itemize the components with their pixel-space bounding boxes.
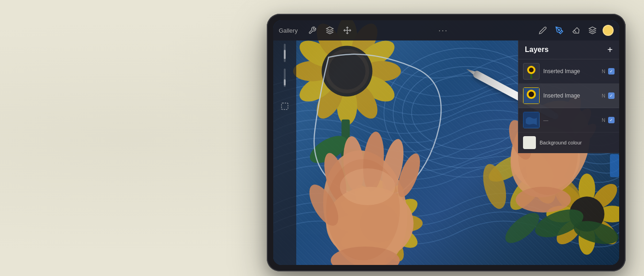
layer-info-3: — bbox=[543, 117, 598, 123]
layer-mode-3: N bbox=[602, 117, 605, 123]
layers-title: Layers bbox=[525, 46, 549, 54]
svg-point-57 bbox=[558, 29, 560, 31]
layer-mode-2: N bbox=[602, 93, 605, 98]
svg-rect-60 bbox=[284, 50, 286, 59]
layer-thumb-1 bbox=[523, 63, 540, 80]
svg-marker-58 bbox=[589, 27, 596, 31]
layer-name-bg: Background colour bbox=[540, 140, 615, 145]
layers-panel: Layers + Inserted Image bbox=[518, 40, 619, 153]
svg-rect-62 bbox=[284, 79, 286, 85]
more-options-button[interactable]: ··· bbox=[438, 26, 448, 35]
left-panel bbox=[273, 40, 296, 265]
layers-add-button[interactable]: + bbox=[607, 45, 613, 54]
layer-info-2: Inserted Image bbox=[543, 92, 598, 99]
layer-item-bg[interactable]: Background colour bbox=[518, 132, 619, 153]
layer-item-3[interactable]: — N bbox=[518, 108, 619, 132]
layers-button[interactable] bbox=[586, 24, 599, 37]
layer-actions-3: N bbox=[602, 117, 615, 123]
svg-point-65 bbox=[529, 68, 534, 72]
layer-actions-1: N bbox=[602, 68, 615, 75]
svg-point-18 bbox=[328, 52, 365, 89]
layer-thumb-3 bbox=[523, 112, 540, 128]
gallery-button[interactable]: Gallery bbox=[279, 27, 298, 34]
ipad-screen: Gallery bbox=[273, 20, 619, 265]
layer-name-1: Inserted Image bbox=[543, 68, 598, 75]
layer-thumb-bg bbox=[523, 136, 536, 149]
ipad-frame: Gallery bbox=[267, 14, 626, 271]
svg-rect-63 bbox=[282, 103, 288, 109]
pencil-tool-button[interactable] bbox=[536, 24, 549, 37]
layer-info-1: Inserted Image bbox=[543, 68, 598, 75]
toolbar-selection-icon[interactable] bbox=[323, 24, 336, 37]
svg-point-35 bbox=[363, 207, 396, 239]
layer-info-bg: Background colour bbox=[540, 140, 615, 145]
svg-point-2 bbox=[402, 67, 532, 159]
svg-point-69 bbox=[529, 92, 534, 97]
layer-name-3: — bbox=[543, 117, 598, 123]
layer-name-2: Inserted Image bbox=[543, 92, 598, 99]
color-swatch[interactable] bbox=[603, 25, 614, 36]
layer-item-1[interactable]: Inserted Image N bbox=[518, 59, 619, 84]
left-panel-icon-1[interactable] bbox=[278, 46, 292, 60]
pen-tool-button[interactable] bbox=[553, 24, 566, 37]
toolbar-transform-icon[interactable] bbox=[341, 24, 354, 37]
layer-mode-1: N bbox=[602, 69, 605, 74]
layer-visibility-2[interactable] bbox=[608, 92, 615, 99]
svg-rect-54 bbox=[610, 154, 619, 177]
toolbar-wrench-icon[interactable] bbox=[306, 24, 319, 37]
eraser-tool-button[interactable] bbox=[569, 24, 582, 37]
layers-header: Layers + bbox=[518, 40, 619, 59]
layer-item-2[interactable]: Inserted Image N bbox=[518, 84, 619, 108]
layer-visibility-1[interactable] bbox=[608, 68, 615, 75]
layer-actions-2: N bbox=[602, 92, 615, 99]
toolbar: Gallery bbox=[273, 20, 619, 40]
square-select-icon[interactable] bbox=[278, 99, 292, 113]
svg-rect-66 bbox=[530, 74, 532, 79]
ipad-device: Gallery bbox=[267, 14, 626, 271]
layer-visibility-3[interactable] bbox=[608, 117, 615, 123]
left-panel-icon-2[interactable] bbox=[278, 71, 292, 85]
toolbar-right-group bbox=[536, 24, 614, 37]
layer-thumb-2 bbox=[523, 87, 540, 104]
